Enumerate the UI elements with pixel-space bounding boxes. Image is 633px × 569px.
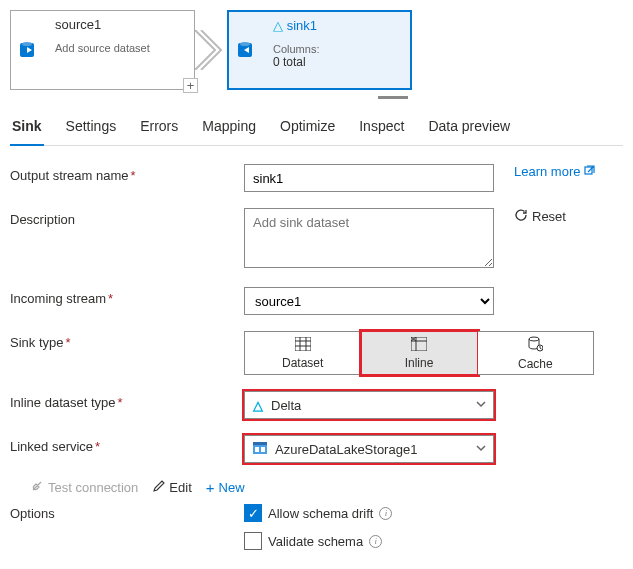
label-sink-type: Sink type* (10, 331, 244, 350)
sink-type-cache[interactable]: Cache (478, 331, 594, 375)
chevron-down-icon (475, 398, 487, 413)
svg-point-3 (240, 42, 250, 46)
label-output-stream: Output stream name* (10, 164, 244, 183)
tab-data-preview[interactable]: Data preview (426, 110, 512, 145)
sink-type-inline[interactable]: Inline (361, 331, 477, 375)
source-node-title: source1 (55, 17, 186, 32)
label-linked-service: Linked service* (10, 435, 244, 454)
sink-type-dataset[interactable]: Dataset (244, 331, 361, 375)
learn-more-link[interactable]: Learn more (514, 164, 596, 179)
incoming-stream-select[interactable]: source1 (244, 287, 494, 315)
sink-node-title: △ sink1 (273, 18, 402, 33)
tab-settings[interactable]: Settings (64, 110, 119, 145)
resize-grip[interactable] (378, 96, 408, 100)
description-textarea[interactable] (244, 208, 494, 268)
label-options: Options (10, 504, 244, 560)
tab-sink[interactable]: Sink (10, 110, 44, 146)
checkbox-unchecked-icon (244, 532, 262, 550)
chevron-down-icon (475, 442, 487, 457)
delta-icon: △ (273, 18, 283, 33)
svg-point-13 (529, 337, 539, 341)
source-node[interactable]: source1 Add source dataset + (10, 10, 195, 90)
svg-rect-18 (261, 447, 265, 452)
new-button[interactable]: + New (206, 479, 245, 496)
test-connection-button[interactable]: Test connection (30, 479, 138, 496)
linked-service-dropdown[interactable]: AzureDataLakeStorage1 (244, 435, 494, 463)
plug-icon (30, 479, 44, 496)
sink-type-segmented: Dataset Inline Cache (244, 331, 594, 375)
sink-tabs: Sink Settings Errors Mapping Optimize In… (10, 110, 623, 146)
svg-rect-16 (253, 442, 267, 445)
source-node-icon-col (11, 11, 47, 89)
sink-node-columns-count: 0 total (273, 55, 402, 69)
pencil-icon (152, 480, 165, 496)
label-inline-dataset-type: Inline dataset type* (10, 391, 244, 410)
allow-schema-drift-checkbox[interactable]: ✓ Allow schema drift i (244, 504, 392, 522)
flow-connector (195, 10, 227, 90)
tab-inspect[interactable]: Inspect (357, 110, 406, 145)
edit-button[interactable]: Edit (152, 480, 191, 496)
checkbox-checked-icon: ✓ (244, 504, 262, 522)
sink-node-columns-label: Columns: (273, 43, 402, 55)
validate-schema-checkbox[interactable]: Validate schema i (244, 532, 392, 550)
svg-rect-4 (585, 167, 592, 174)
info-icon[interactable]: i (379, 507, 392, 520)
external-link-icon (584, 164, 596, 179)
flow-graph: source1 Add source dataset + △ sink1 (10, 10, 623, 90)
reset-icon (514, 208, 528, 225)
output-stream-input[interactable] (244, 164, 494, 192)
delta-icon: △ (253, 398, 263, 413)
cache-icon (527, 336, 543, 355)
tab-mapping[interactable]: Mapping (200, 110, 258, 145)
svg-rect-5 (295, 337, 311, 351)
label-description: Description (10, 208, 244, 227)
svg-point-1 (22, 42, 32, 46)
inline-icon (411, 337, 427, 354)
reset-button[interactable]: Reset (514, 208, 566, 225)
add-branch-button[interactable]: + (183, 78, 198, 93)
sink-icon (236, 38, 258, 63)
dataset-icon (295, 337, 311, 354)
tab-optimize[interactable]: Optimize (278, 110, 337, 145)
inline-dataset-type-dropdown[interactable]: △ Delta (244, 391, 494, 419)
sink-node-icon-col (229, 12, 265, 88)
info-icon[interactable]: i (369, 535, 382, 548)
label-incoming-stream: Incoming stream* (10, 287, 244, 306)
svg-rect-17 (255, 447, 259, 452)
datasource-icon (18, 38, 40, 63)
plus-icon: + (206, 479, 215, 496)
storage-icon (253, 442, 267, 457)
source-node-subtitle: Add source dataset (55, 42, 186, 54)
sink-node[interactable]: △ sink1 Columns: 0 total (227, 10, 412, 90)
linked-service-actions: Test connection Edit + New (30, 479, 623, 496)
tab-errors[interactable]: Errors (138, 110, 180, 145)
